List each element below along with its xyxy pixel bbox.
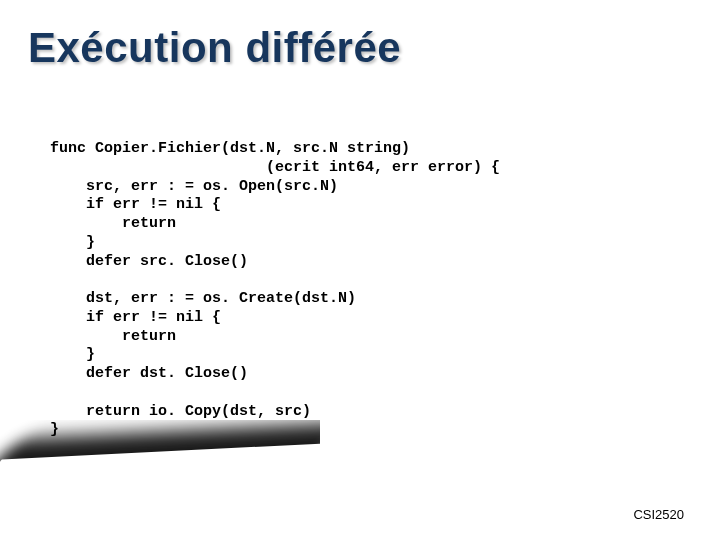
footer-label: CSI2520 xyxy=(633,507,684,522)
code-block: func Copier.Fichier(dst.N, src.N string)… xyxy=(50,140,680,440)
slide-title: Exécution différée xyxy=(28,24,401,72)
corner-cover xyxy=(0,441,320,540)
slide: Exécution différée func Copier.Fichier(d… xyxy=(0,0,720,540)
